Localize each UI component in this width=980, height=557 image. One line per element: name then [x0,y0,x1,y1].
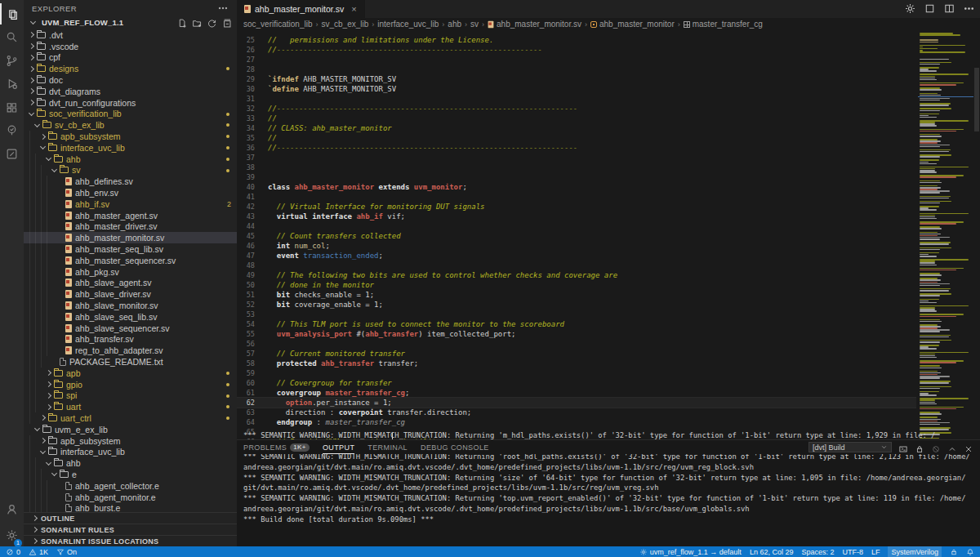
tree-folder-e[interactable]: e [24,469,237,480]
panel-tab-output[interactable]: OUTPUT [323,440,354,454]
panel-tab-problems[interactable]: PROBLEMS1K+ [243,440,310,454]
tree-folder-apb[interactable]: apb [24,368,237,379]
tree-file-ahb_master_driver.sv[interactable]: ahb_master_driver.sv [24,221,237,233]
tree-folder-interface_uvc_lib[interactable]: interface_uvc_lib [24,142,237,154]
cursor-position-status[interactable]: Ln 62, Col 29 [750,548,794,556]
tree-folder-apb_subsystem[interactable]: apb_subsystem [24,131,237,142]
scrollbar-handle[interactable] [974,68,979,131]
tree-file-ahb_master_sequencer.sv[interactable]: ahb_master_sequencer.sv [24,255,237,266]
tree-folder-doc[interactable]: doc [24,74,237,86]
errors-status[interactable]: 0 [6,548,20,556]
tree-folder-uvm_e_ex_lib[interactable]: uvm_e_ex_lib [24,424,237,435]
section-outline[interactable]: OUTLINE [24,512,237,524]
breadcrumb-item-master_transfer_cg[interactable]: master_transfer_cg [684,20,763,29]
tree-file-ahb_transfer.sv[interactable]: ahb_transfer.sv [24,334,237,345]
breadcrumb-item-soc_verification_lib[interactable]: soc_verification_lib [243,20,313,29]
code-area[interactable]: 25// permissions and limitations under t… [237,30,980,439]
tree-file-ahb_defines.sv[interactable]: ahb_defines.sv [24,176,237,187]
eol-status[interactable]: LF [871,548,880,556]
tree-file-ahb_slave_seq_lib.sv[interactable]: ahb_slave_seq_lib.sv [24,311,237,323]
tree-folder-uart[interactable]: uart [24,401,237,412]
tree-file-reg_to_ahb_adapter.sv[interactable]: reg_to_ahb_adapter.sv [24,345,237,356]
tree-file-ahb_master_seq_lib.sv[interactable]: ahb_master_seq_lib.sv [24,243,237,255]
lock-scroll-icon[interactable] [915,443,924,452]
tree-file-ahb_slave_agent.sv[interactable]: ahb_slave_agent.sv [24,278,237,289]
tree-file-ahb_master_agent.sv[interactable]: ahb_master_agent.sv [24,210,237,221]
tree-file-ahb_env.sv[interactable]: ahb_env.sv [24,187,237,198]
settings-gear-icon[interactable] [904,2,916,15]
tree-folder-soc_verification_lib[interactable]: soc_verification_lib [24,109,237,120]
views-more-actions-icon[interactable] [217,2,229,14]
editor-scrollbar[interactable] [973,30,980,439]
account-button[interactable] [0,498,24,519]
tree-file-ahb_pkg.sv[interactable]: ahb_pkg.sv [24,266,237,278]
breadcrumb-item-ahb[interactable]: ahb [448,20,461,29]
open-output-editor-icon[interactable] [898,443,908,452]
breadcrumb-item-sv[interactable]: sv [470,20,479,29]
dvt-editor-icon[interactable] [0,143,24,164]
section-sonarlint-issue-locations[interactable]: SONARLINT ISSUE LOCATIONS [24,535,237,546]
split-editor-icon[interactable] [943,2,956,15]
tree-file-ahb_master_monitor.sv[interactable]: ahb_master_monitor.sv [24,232,237,243]
tab-ahb-master-monitor[interactable]: ahb_master_monitor.sv × [237,0,365,18]
new-file-icon[interactable] [177,17,188,28]
tree-file-PACKAGE_README.txt[interactable]: PACKAGE_README.txt [24,356,237,368]
tree-folder-apb_subsystem[interactable]: apb_subsystem [24,435,237,447]
tree-folder-spi[interactable]: spi [24,390,237,402]
tree-folder-.dvt[interactable]: .dvt [24,29,237,41]
refresh-explorer-icon[interactable] [207,17,217,28]
tree-folder-gpio[interactable]: gpio [24,379,237,390]
source-control-icon[interactable] [0,50,24,71]
filter-status[interactable]: On [56,548,77,556]
tree-folder-dvt_diagrams[interactable]: dvt_diagrams [24,86,237,97]
minimap[interactable] [918,33,973,439]
tree-file-ahb_if.sv[interactable]: ahb_if.sv2 [24,198,237,210]
breadcrumb-item-interface_uvc_lib[interactable]: interface_uvc_lib [377,20,439,29]
tree-file-ahb_agent_collector.e[interactable]: ahb_agent_collector.e [24,480,237,492]
breadcrumb-item-ahb_master_monitor.sv[interactable]: ahb_master_monitor.sv [488,20,581,29]
workspace-section-header[interactable]: UVM_REF_FLOW_1.1 [24,16,237,28]
settings-gear-button[interactable]: 1 [0,524,24,546]
close-panel-icon[interactable] [964,443,973,452]
tree-file-ahb_slave_monitor.sv[interactable]: ahb_slave_monitor.sv [24,300,237,311]
tree-folder-sv[interactable]: sv [24,165,237,176]
language-status[interactable]: SystemVerilog [888,546,942,557]
panel-tab-debug-console[interactable]: DEBUG CONSOLE [421,440,489,454]
tree-folder-cpf[interactable]: cpf [24,52,237,64]
tree-file-ahb_burst.e[interactable]: ahb_burst.e [24,502,237,512]
tree-folder-ahb[interactable]: ahb [24,154,237,165]
dvt-build-config-status[interactable]: uvm_ref_flow_1.1 → default [639,548,742,556]
tree-file-ahb_agent_monitor.e[interactable]: ahb_agent_monitor.e [24,492,237,503]
tree-file-ahb_slave_sequencer.sv[interactable]: ahb_slave_sequencer.sv [24,323,237,334]
output-channel-select[interactable]: [dvt] Build [808,442,892,452]
explorer-icon[interactable] [0,3,24,25]
tree-folder-interface_uvc_lib[interactable]: interface_uvc_lib [24,446,237,457]
editor-lock-status[interactable] [950,548,958,556]
search-icon[interactable] [0,27,24,48]
sonarlint-icon[interactable] [0,120,24,141]
notifications-status[interactable] [966,548,974,556]
indentation-status[interactable]: Spaces: 2 [801,548,834,556]
maximize-panel-icon[interactable] [947,443,957,452]
collapse-all-icon[interactable] [221,17,232,28]
layout-icon[interactable] [924,2,936,15]
tree-file-ahb_slave_driver.sv[interactable]: ahb_slave_driver.sv [24,288,237,300]
tree-folder-designs[interactable]: designs [24,63,237,74]
tree-folder-ahb[interactable]: ahb [24,457,237,469]
close-tab-icon[interactable]: × [351,4,356,14]
run-debug-icon[interactable] [0,74,24,95]
section-sonarlint-rules[interactable]: SONARLINT RULES [24,524,237,535]
warnings-status[interactable]: 1K [29,548,48,556]
clear-output-icon[interactable] [931,443,941,452]
encoding-status[interactable]: UTF-8 [842,548,863,556]
tree-folder-uart_ctrl[interactable]: uart_ctrl [24,412,237,424]
tree-folder-dvt_run_configurations[interactable]: dvt_run_configurations [24,97,237,109]
more-actions-icon[interactable] [963,2,975,15]
tree-folder-sv_cb_ex_lib[interactable]: sv_cb_ex_lib [24,119,237,131]
new-folder-icon[interactable] [192,17,203,28]
tree-folder-.vscode[interactable]: .vscode [24,41,237,52]
breadcrumb-item-sv_cb_ex_lib[interactable]: sv_cb_ex_lib [322,20,369,29]
extensions-icon[interactable] [0,96,24,118]
breadcrumb-item-ahb_master_monitor[interactable]: ahb_master_monitor [590,20,675,29]
panel-tab-terminal[interactable]: TERMINAL [368,440,408,454]
